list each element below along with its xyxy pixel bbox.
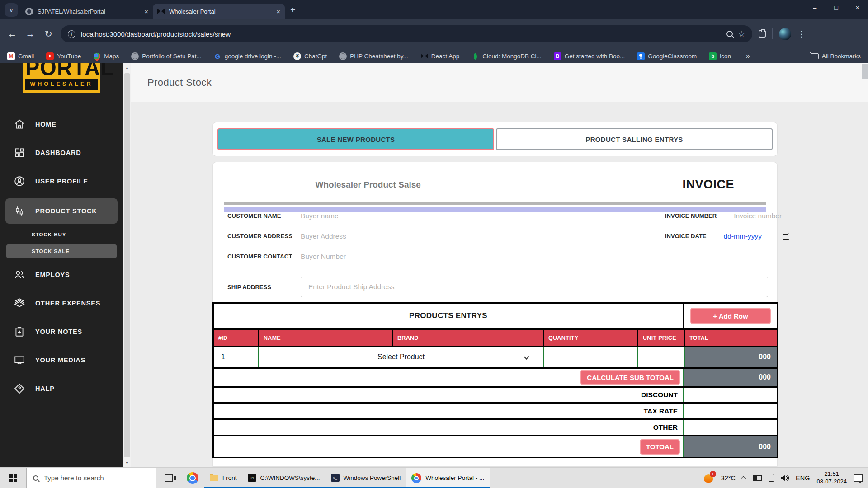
task-view-button[interactable] xyxy=(156,468,181,488)
taskbar-app-powershell[interactable]: >_ Windows PowerShell xyxy=(326,468,406,488)
quantity-input[interactable] xyxy=(544,347,638,367)
weather-icon[interactable]: 1 xyxy=(703,473,714,483)
start-button[interactable] xyxy=(0,468,26,488)
grand-total-value: 000 xyxy=(684,436,777,457)
add-row-button[interactable]: + Add Row xyxy=(690,308,771,324)
logo-wholesaler-text: WHOLESALER xyxy=(25,79,98,90)
inner-scrollbar[interactable]: ▲ ▼ xyxy=(123,63,131,467)
bookmark-classroom[interactable]: GoogleClassroom xyxy=(637,52,697,60)
minimize-button[interactable]: – xyxy=(804,0,826,15)
page-scrollbar[interactable] xyxy=(862,63,868,467)
ship-address-input[interactable] xyxy=(301,277,768,297)
calendar-icon[interactable] xyxy=(783,233,789,240)
bookmark-chatgpt[interactable]: ✳ChatGpt xyxy=(293,52,327,60)
notification-icon[interactable] xyxy=(854,474,863,482)
bookmarks-overflow-button[interactable]: » xyxy=(746,52,750,60)
invoice-date-input[interactable]: dd-mm-yyyy xyxy=(724,232,762,240)
language-indicator[interactable]: ENG xyxy=(796,474,810,482)
battery-icon[interactable] xyxy=(753,475,762,481)
ship-address-label: SHIP ADDRESS xyxy=(227,284,301,291)
chrome-icon xyxy=(187,472,198,484)
new-tab-button[interactable]: + xyxy=(290,5,296,15)
toolbar-divider xyxy=(772,28,773,39)
sidebar-item-halp[interactable]: HALP xyxy=(0,377,123,400)
site-info-icon[interactable]: i xyxy=(68,30,75,38)
url-text[interactable]: localhost:3000/dasboard/productstock/sal… xyxy=(81,30,231,38)
maximize-button[interactable]: □ xyxy=(826,0,847,15)
products-table: PRODUCTS ENTRYS + Add Row #ID NAME BRAND… xyxy=(212,302,778,458)
speaker-icon[interactable] xyxy=(781,474,789,482)
taskbar-search[interactable]: Type here to search xyxy=(26,468,156,488)
time: 21:51 xyxy=(824,470,839,477)
back-button[interactable]: ← xyxy=(6,28,18,39)
address-bar[interactable]: i localhost:3000/dasboard/productstock/s… xyxy=(61,25,752,42)
bookmark-gmail[interactable]: Gmail xyxy=(7,52,34,60)
sidebar-subitem-stock-buy[interactable]: STOCK BUY xyxy=(0,228,123,241)
temperature[interactable]: 32°C xyxy=(721,474,736,482)
close-button[interactable]: × xyxy=(847,0,868,15)
bookmark-php-cheatsheet[interactable]: PHP Cheatsheet by... xyxy=(339,52,408,60)
extensions-icon[interactable] xyxy=(759,30,766,38)
tab-sale-new-products[interactable]: SALE NEW PRODUCTS xyxy=(217,128,494,150)
product-select[interactable]: Select Product xyxy=(259,347,544,367)
total-button[interactable]: TOTOAL xyxy=(640,439,680,455)
taskbar-app-cmd[interactable]: C:\ C:\WINDOWS\syste... xyxy=(242,468,326,488)
bookmark-google-drive[interactable]: Ggoogle drive login -... xyxy=(214,52,281,60)
sidebar-item-dashboard[interactable]: DASHBOARD xyxy=(0,141,123,164)
tab-product-salling-entrys[interactable]: PRODUCT SALLING ENTRYS xyxy=(496,128,773,150)
tab-close-icon[interactable]: × xyxy=(276,8,280,15)
sidebar-item-your-medias[interactable]: YOUR MEDIAS xyxy=(0,349,123,371)
taskbar-app-front[interactable]: Front xyxy=(204,468,242,488)
candlestick-icon xyxy=(14,205,25,217)
classroom-icon xyxy=(637,52,645,60)
zoom-icon[interactable] xyxy=(726,31,733,37)
forward-button[interactable]: → xyxy=(24,28,36,39)
tax-rate-input[interactable] xyxy=(684,404,777,418)
phone-icon[interactable] xyxy=(769,474,774,482)
browser-tab-github[interactable]: SJPATEL/WhalsalerPortal × xyxy=(21,4,153,19)
bookmark-icon-site[interactable]: bicon xyxy=(709,52,731,60)
other-label: OTHER xyxy=(653,423,683,432)
invoice-number-input[interactable]: Invoice number xyxy=(734,212,782,220)
discount-input[interactable] xyxy=(684,388,777,402)
bookmark-youtube[interactable]: YouTube xyxy=(46,52,81,60)
customer-address-input[interactable] xyxy=(301,232,472,240)
sidebar-item-user-profile[interactable]: USER PROFILE xyxy=(0,170,123,192)
all-bookmarks-button[interactable]: All Bookmarks xyxy=(811,53,861,60)
taskbar-app-wholesaler-portal[interactable]: Wholesaler Portal - ... xyxy=(406,468,490,488)
tray-expand-icon[interactable] xyxy=(741,476,746,482)
scroll-up-icon[interactable]: ▲ xyxy=(123,63,131,72)
menu-icon[interactable]: ⋮ xyxy=(797,29,805,39)
sidebar-item-your-notes[interactable]: YOUR NOTES xyxy=(0,320,123,343)
sidebar-item-product-stock[interactable]: PRODUCT STOCK xyxy=(5,198,118,224)
sidebar-item-home[interactable]: HOME xyxy=(0,113,123,136)
other-input[interactable] xyxy=(684,420,777,435)
bootstrap-icon: B xyxy=(554,52,561,60)
bookmark-bootstrap[interactable]: BGet started with Boo... xyxy=(554,52,625,60)
sidebar-subitem-stock-sale[interactable]: STOCK SALE xyxy=(6,244,117,258)
bookmark-star-icon[interactable]: ☆ xyxy=(738,29,745,39)
customer-name-input[interactable] xyxy=(301,212,472,220)
unit-price-input[interactable] xyxy=(638,347,685,367)
bookmark-portfolio[interactable]: Portfolio of Setu Pat... xyxy=(131,52,201,60)
tab-close-icon[interactable]: × xyxy=(144,8,148,15)
invoice-date-label: INVOICE DATE xyxy=(665,233,707,239)
refresh-button[interactable]: ↻ xyxy=(42,28,54,39)
scroll-down-icon[interactable]: ▼ xyxy=(123,458,131,467)
bookmark-react-app[interactable]: React App xyxy=(420,52,459,60)
products-entrys-header: PRODUCTS ENTRYS xyxy=(214,304,684,328)
sidebar-item-other-expenses[interactable]: OTHER EXPENSES xyxy=(0,292,123,314)
customer-contact-input[interactable] xyxy=(301,253,472,261)
clock[interactable]: 21:51 08-07-2024 xyxy=(817,470,847,486)
tab-search-button[interactable]: ∨ xyxy=(5,3,18,17)
bookmark-maps[interactable]: Maps xyxy=(93,52,119,60)
scrollbar-thumb[interactable] xyxy=(124,73,130,457)
scrollbar-thumb[interactable] xyxy=(862,64,868,79)
sidebar-item-employs[interactable]: EMPLOYS xyxy=(0,263,123,286)
browser-tab-wholesaler-portal[interactable]: Wholesaler Portal × xyxy=(153,4,285,19)
calculate-subtotal-button[interactable]: CALCULATE SUB TOTOAL xyxy=(580,370,680,385)
taskbar-chrome-button[interactable] xyxy=(181,468,204,488)
system-tray: 1 32°C ENG 21:51 08-07-2024 xyxy=(703,468,868,488)
profile-avatar[interactable] xyxy=(779,28,791,40)
bookmark-mongodb[interactable]: Cloud: MongoDB Cl... xyxy=(472,52,542,60)
